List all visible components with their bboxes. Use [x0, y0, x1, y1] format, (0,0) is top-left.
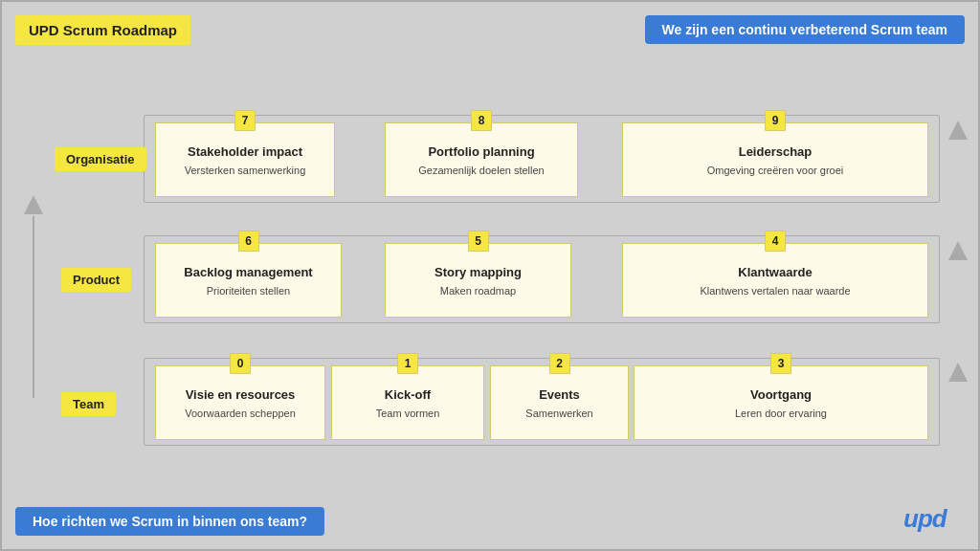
team-label: Team [61, 392, 116, 416]
card-8-number: 8 [471, 110, 492, 131]
svg-marker-2 [948, 363, 968, 382]
header-title-right: We zijn een continu verbeterend Scrum te… [645, 15, 965, 44]
card-3-title: Voortgang [750, 387, 812, 403]
card-8-subtitle: Gezamenlijk doelen stellen [418, 164, 544, 177]
card-1: 1 Kick-off Team vormen [331, 365, 484, 440]
card-2-number: 2 [549, 353, 570, 374]
card-3-number: 3 [770, 353, 791, 374]
card-2-subtitle: Samenwerken [525, 407, 592, 420]
card-5-title: Story mapping [434, 265, 522, 280]
card-0: 0 Visie en resources Voorwaarden scheppe… [155, 365, 325, 440]
card-0-subtitle: Voorwaarden scheppen [185, 407, 296, 420]
card-8-title: Portfolio planning [428, 144, 534, 160]
arrow-up-team [947, 361, 969, 387]
card-9-title: Leiderschap [739, 144, 813, 160]
svg-marker-3 [24, 195, 43, 214]
card-8: 8 Portfolio planning Gezamenlijk doelen … [385, 122, 578, 197]
upd-logo: upd [902, 502, 959, 540]
card-5-subtitle: Maken roadmap [440, 284, 517, 298]
card-7-title: Stakeholder impact [188, 144, 302, 160]
card-3: 3 Voortgang Leren door ervaring [634, 365, 928, 440]
card-1-title: Kick-off [385, 387, 431, 403]
card-5: 5 Story mapping Maken roadmap [385, 243, 571, 318]
left-vline [33, 216, 34, 398]
card-6: 6 Backlog management Prioriteiten stelle… [155, 243, 342, 318]
card-7-subtitle: Versterken samenwerking [185, 164, 306, 177]
card-0-title: Visie en resources [186, 387, 296, 403]
card-4-subtitle: Klantwens vertalen naar waarde [700, 284, 850, 298]
card-9: 9 Leiderschap Omgeving creëren voor groe… [622, 122, 928, 197]
card-6-title: Backlog management [184, 265, 312, 280]
arrow-up-product [947, 239, 969, 266]
card-4: 4 Klantwaarde Klantwens vertalen naar wa… [622, 243, 928, 318]
card-5-number: 5 [468, 231, 489, 252]
card-4-title: Klantwaarde [738, 265, 812, 280]
card-1-number: 1 [397, 353, 418, 374]
card-7: 7 Stakeholder impact Versterken samenwer… [155, 122, 335, 197]
card-6-subtitle: Prioriteiten stellen [207, 284, 290, 298]
svg-text:upd: upd [903, 504, 948, 533]
card-7-number: 7 [234, 110, 256, 131]
card-1-subtitle: Team vormen [376, 407, 440, 420]
card-9-number: 9 [765, 110, 786, 131]
card-3-subtitle: Leren door ervaring [735, 407, 827, 420]
card-0-number: 0 [230, 353, 251, 374]
arrow-up-organisatie [947, 119, 969, 145]
main-container: UPD Scrum Roadmap We zijn een continu ve… [0, 0, 980, 551]
card-6-number: 6 [238, 231, 259, 252]
svg-marker-0 [948, 121, 968, 140]
header-title-left: UPD Scrum Roadmap [15, 15, 190, 45]
footer-label: Hoe richten we Scrum in binnen ons team? [15, 507, 324, 536]
card-2-title: Events [539, 387, 580, 403]
card-2: 2 Events Samenwerken [490, 365, 629, 440]
organisatie-label: Organisatie [55, 147, 146, 171]
product-label: Product [61, 268, 131, 292]
svg-marker-1 [948, 241, 968, 260]
card-4-number: 4 [765, 231, 786, 252]
card-9-subtitle: Omgeving creëren voor groei [707, 164, 843, 177]
